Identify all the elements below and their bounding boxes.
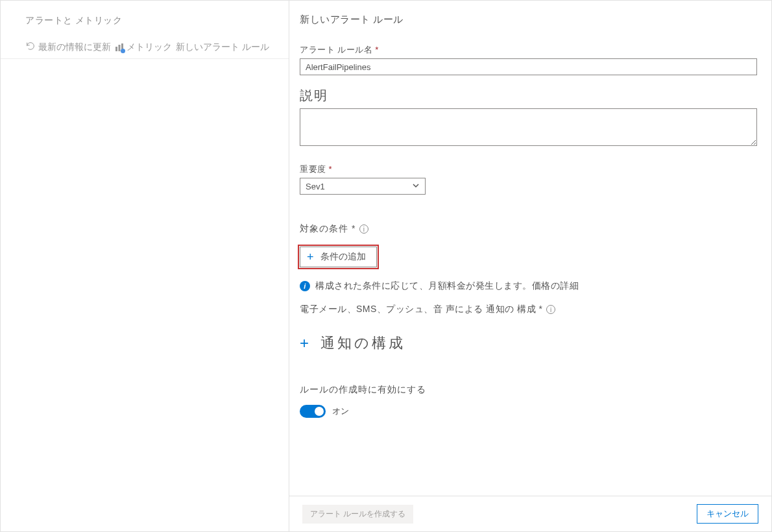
severity-select[interactable]: Sev1 [300, 178, 426, 195]
main-panel: 新しいアラート ルール アラート ルール名* 説明 重要度* Sev1 対象の条… [289, 1, 771, 531]
panel-footer: アラート ルールを作成する キャンセル [289, 496, 771, 531]
criteria-label: 対象の条件 * [300, 223, 356, 235]
info-icon[interactable]: i [546, 305, 555, 314]
info-filled-icon: i [300, 281, 310, 291]
enable-on-create-label: ルールの作成時に有効にする [300, 384, 757, 396]
add-criteria-label: 条件の追加 [320, 251, 366, 263]
sidebar-toolbar: 最新の情報に更新 メトリック 新しいアラート ルール [1, 38, 289, 59]
metrics-label: メトリック [127, 42, 172, 53]
severity-label: 重要度 [300, 164, 326, 174]
enable-toggle[interactable] [300, 405, 326, 418]
chevron-down-icon [412, 182, 420, 191]
description-input[interactable] [300, 108, 757, 146]
sidebar-panel: アラートと メトリック 最新の情報に更新 メトリック 新しいアラート ルール [1, 1, 289, 531]
pricing-info-text: 構成された条件に応じて、月額料金が発生します。価格の詳細 [315, 280, 579, 292]
refresh-icon [25, 41, 36, 53]
new-alert-rule-link[interactable]: 新しいアラート ルール [176, 42, 269, 53]
info-icon[interactable]: i [359, 224, 368, 234]
configure-notification-label: 通知の構成 [320, 333, 405, 353]
toggle-knob [315, 407, 324, 416]
rule-name-input[interactable] [300, 58, 757, 75]
cancel-button[interactable]: キャンセル [697, 504, 758, 524]
configure-notification-button[interactable]: + 通知の構成 [300, 333, 757, 353]
refresh-label: 最新の情報に更新 [38, 42, 111, 53]
criteria-section-label: 対象の条件 * i [300, 223, 757, 235]
new-alert-rule-label: 新しいアラート ルール [176, 42, 269, 53]
severity-value: Sev1 [306, 182, 325, 191]
field-rule-name: アラート ルール名* [300, 44, 757, 75]
required-asterisk: * [329, 164, 332, 174]
required-asterisk: * [375, 45, 378, 54]
rule-name-label: アラート ルール名 [300, 45, 372, 54]
sidebar-title: アラートと メトリック [1, 12, 289, 38]
create-alert-rule-button: アラート ルールを作成する [302, 505, 413, 524]
notification-label: 電子メール、SMS、プッシュ、音 声による 通知の 構成 * [300, 304, 542, 315]
metrics-button[interactable]: メトリック [115, 42, 172, 53]
field-severity: 重要度* Sev1 [300, 163, 757, 195]
plus-icon: + [307, 251, 314, 263]
description-label: 説明 [300, 87, 757, 104]
refresh-button[interactable]: 最新の情報に更新 [25, 41, 111, 53]
toggle-state-label: オン [332, 405, 349, 417]
notification-section-label: 電子メール、SMS、プッシュ、音 声による 通知の 構成 * i [300, 304, 757, 315]
metrics-icon [115, 43, 124, 52]
add-criteria-button[interactable]: + 条件の追加 [300, 247, 377, 267]
pricing-info-row: i 構成された条件に応じて、月額料金が発生します。価格の詳細 [300, 280, 757, 292]
panel-title: 新しいアラート ルール [300, 14, 757, 26]
plus-icon: + [300, 335, 309, 351]
svg-rect-0 [115, 47, 117, 51]
